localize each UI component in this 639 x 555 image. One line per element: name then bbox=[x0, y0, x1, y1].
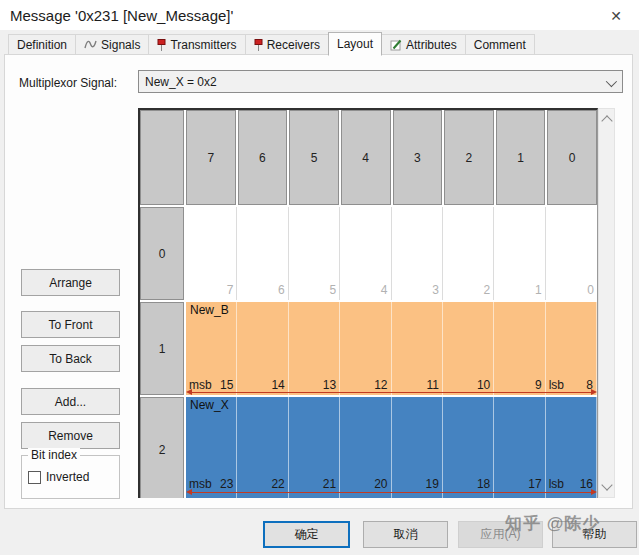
tab-receivers[interactable]: Receivers bbox=[245, 34, 329, 55]
bit-number: 2 bbox=[484, 284, 491, 296]
title-bar: Message '0x231 [New_Message]' ✕ bbox=[0, 0, 639, 30]
to-back-button[interactable]: To Back bbox=[21, 345, 120, 372]
tab-signals[interactable]: Signals bbox=[75, 34, 149, 55]
row-header: 1 bbox=[140, 302, 184, 395]
tab-label: Signals bbox=[101, 38, 140, 52]
bit-number: 19 bbox=[426, 478, 439, 490]
tab-transmitters[interactable]: Transmitters bbox=[148, 34, 245, 55]
scroll-down-icon[interactable] bbox=[601, 479, 612, 490]
multiplexor-signal-dropdown[interactable]: New_X = 0x2 bbox=[138, 70, 623, 93]
signal-span-arrow bbox=[188, 492, 595, 493]
tab-label: Attributes bbox=[406, 38, 457, 52]
bit-number: 17 bbox=[528, 478, 541, 490]
bit-number: 3 bbox=[432, 284, 439, 296]
receiver-pin-icon bbox=[254, 39, 263, 51]
tab-strip: Definition Signals Transmitters Receiver… bbox=[8, 32, 535, 55]
signal-span-arrow bbox=[188, 392, 595, 393]
close-icon[interactable]: ✕ bbox=[606, 6, 626, 26]
tab-label: Receivers bbox=[267, 38, 320, 52]
apply-button: 应用(A) bbox=[458, 521, 543, 548]
bit-number: 18 bbox=[477, 478, 490, 490]
column-header: 4 bbox=[341, 110, 391, 205]
lsb-marker: lsb bbox=[549, 478, 564, 490]
vertical-scrollbar[interactable] bbox=[598, 108, 615, 498]
signal-block-new-x[interactable]: New_X msb23 22 21 20 19 18 17 lsb16 bbox=[186, 397, 597, 498]
layout-tab-page: Multiplexor Signal: New_X = 0x2 7 6 5 4 … bbox=[4, 54, 633, 509]
bit-number: 1 bbox=[535, 284, 542, 296]
tab-label: Layout bbox=[337, 37, 373, 51]
tab-label: Transmitters bbox=[170, 38, 236, 52]
scroll-up-icon[interactable] bbox=[601, 115, 612, 126]
bit-index-group: Bit index Inverted bbox=[21, 455, 120, 499]
row-header: 0 bbox=[140, 207, 184, 300]
bit-number: 14 bbox=[271, 379, 284, 391]
tab-attributes[interactable]: Attributes bbox=[381, 34, 466, 55]
bit-number: 21 bbox=[323, 478, 336, 490]
add-button[interactable]: Add... bbox=[21, 388, 120, 415]
grid-corner-cell bbox=[140, 110, 184, 205]
chevron-down-icon bbox=[606, 76, 617, 87]
bit-index-group-label: Bit index bbox=[28, 448, 80, 462]
bit-number: 23 bbox=[220, 478, 233, 490]
column-header: 7 bbox=[186, 110, 236, 205]
bit-number: 10 bbox=[477, 379, 490, 391]
tab-comment[interactable]: Comment bbox=[465, 34, 535, 55]
multiplexor-signal-label: Multiplexor Signal: bbox=[19, 76, 117, 90]
tab-label: Comment bbox=[474, 38, 526, 52]
bit-number: 15 bbox=[220, 379, 233, 391]
cancel-button[interactable]: 取消 bbox=[363, 521, 448, 548]
tab-definition[interactable]: Definition bbox=[8, 34, 76, 55]
bit-number: 12 bbox=[374, 379, 387, 391]
column-header: 3 bbox=[393, 110, 443, 205]
arrange-button[interactable]: Arrange bbox=[21, 269, 120, 296]
bit-number: 22 bbox=[271, 478, 284, 490]
column-header: 6 bbox=[238, 110, 288, 205]
bit-number: 4 bbox=[381, 284, 388, 296]
bit-number: 5 bbox=[329, 284, 336, 296]
pencil-icon bbox=[390, 39, 402, 51]
grid-column-headers: 7 6 5 4 3 2 1 0 bbox=[186, 110, 597, 205]
column-header: 1 bbox=[496, 110, 546, 205]
grid-cells: 7 6 5 4 3 2 1 0 0 7 6 5 4 3 2 1 0 bbox=[138, 108, 598, 498]
bit-number: 6 bbox=[278, 284, 285, 296]
byte-row-0[interactable]: 7 6 5 4 3 2 1 0 bbox=[186, 207, 597, 300]
tab-label: Definition bbox=[17, 38, 67, 52]
column-header: 0 bbox=[547, 110, 597, 205]
lsb-marker: lsb bbox=[549, 379, 564, 391]
inverted-checkbox-label: Inverted bbox=[46, 470, 89, 484]
row-header: 2 bbox=[140, 397, 184, 498]
window-title: Message '0x231 [New_Message]' bbox=[10, 7, 233, 24]
transmitter-pin-icon bbox=[157, 39, 166, 51]
column-header: 5 bbox=[289, 110, 339, 205]
remove-button[interactable]: Remove bbox=[21, 422, 120, 449]
inverted-checkbox[interactable] bbox=[28, 471, 41, 484]
bit-layout-grid: 7 6 5 4 3 2 1 0 0 7 6 5 4 3 2 1 0 bbox=[138, 108, 615, 498]
signal-wave-icon bbox=[84, 39, 97, 50]
dropdown-value: New_X = 0x2 bbox=[145, 75, 217, 89]
bit-number: 13 bbox=[323, 379, 336, 391]
tab-layout[interactable]: Layout bbox=[328, 32, 382, 56]
msb-marker: msb bbox=[189, 379, 212, 391]
help-button[interactable]: 帮助 bbox=[552, 521, 637, 548]
signal-name: New_X bbox=[190, 398, 229, 412]
msb-marker: msb bbox=[189, 478, 212, 490]
ok-button[interactable]: 确定 bbox=[263, 521, 350, 548]
bit-number: 7 bbox=[227, 284, 234, 296]
signal-block-new-b[interactable]: New_B msb15 14 13 12 11 10 9 lsb8 bbox=[186, 302, 597, 395]
column-header: 2 bbox=[444, 110, 494, 205]
bit-number: 11 bbox=[426, 379, 438, 391]
signal-name: New_B bbox=[190, 303, 229, 317]
inverted-checkbox-row[interactable]: Inverted bbox=[28, 470, 89, 484]
to-front-button[interactable]: To Front bbox=[21, 311, 120, 338]
bit-number: 20 bbox=[374, 478, 387, 490]
bit-number: 9 bbox=[535, 379, 542, 391]
bit-number: 0 bbox=[587, 284, 594, 296]
